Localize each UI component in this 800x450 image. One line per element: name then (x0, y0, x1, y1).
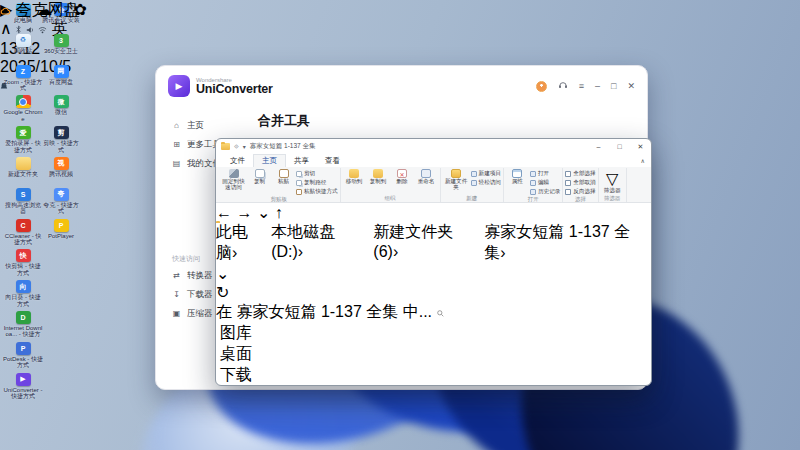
select-none-button[interactable]: 全部取消 (565, 179, 595, 187)
menu-tab[interactable]: 共享 (286, 155, 317, 167)
copy-button[interactable]: 复制 (248, 168, 271, 185)
explorer-nav-item[interactable]: 下载 (216, 365, 651, 386)
move-to-button[interactable]: 移动到 (343, 168, 366, 185)
desktop-icon[interactable]: ▶ UniConverter - 快捷方式 (2, 373, 44, 404)
address-dropdown-icon[interactable]: ⌄ (216, 265, 229, 282)
menu-tab[interactable]: 查看 (317, 155, 348, 167)
cut-button[interactable]: 剪切 (296, 170, 338, 178)
quark-netdisk-pill[interactable]: 夸克网盘 (0, 0, 79, 21)
desktop-icon[interactable]: 快 快剪辑 - 快捷方式 (2, 249, 44, 280)
delete-button[interactable]: 删除 (391, 168, 414, 185)
ribbon-group-open: 属性 打开 编辑 历史记录 打开 (504, 168, 563, 202)
menu-tab[interactable]: 主页 (253, 154, 286, 167)
refresh-icon[interactable]: ↻ (216, 284, 229, 301)
sidebar-item[interactable]: ⌂ 主页 (172, 116, 256, 135)
desktop-icon[interactable]: C CCleaner - 快捷方式 (2, 219, 44, 250)
nav-item-label: 桌面 (220, 345, 252, 362)
desktop-icon[interactable]: ♻ 回收站 (2, 34, 44, 65)
desktop-icon[interactable]: 爱 爱拍录屏 - 快捷方式 (2, 126, 44, 157)
desktop-icon[interactable]: P PotDesk - 快捷方式 (2, 342, 44, 373)
desktop-icon[interactable]: 夸 夸克 - 快捷方式 (40, 188, 82, 219)
explorer-ribbon: 固定到快速访问 复制 粘贴 剪切 复制路径 粘贴快捷方式 剪贴板 移动到 复制到… (216, 167, 651, 203)
new-item-button[interactable]: 新建项目 (471, 170, 501, 178)
desktop-icon[interactable]: 3 360安全卫士 (40, 34, 82, 65)
support-headset-icon[interactable] (558, 80, 568, 92)
recent-locations-icon[interactable]: ⌄ (257, 204, 270, 221)
back-icon[interactable]: ← (216, 204, 232, 221)
open-button[interactable]: 打开 (530, 170, 560, 178)
ribbon-group-clipboard: 固定到快速访问 复制 粘贴 剪切 复制路径 粘贴快捷方式 剪贴板 (218, 168, 341, 202)
menu-icon[interactable]: ≡ (579, 81, 584, 91)
explorer-nav-item[interactable]: 桌面 (216, 344, 651, 365)
desktop-icon[interactable]: 新建文件夹 (2, 157, 44, 188)
copy-to-button[interactable]: 复制到 (367, 168, 390, 185)
explorer-nav-item[interactable]: 图库 (216, 323, 651, 344)
quick-access-dropdown-icon[interactable]: ▾ (243, 143, 246, 150)
page-title: 合并工具 (258, 112, 633, 130)
paste-shortcut-button[interactable]: 粘贴快捷方式 (296, 188, 338, 196)
new-folder-button[interactable]: 新建文件夹 (443, 168, 470, 191)
menu-tab[interactable]: 文件 (222, 155, 253, 167)
breadcrumb-item[interactable]: 本地磁盘 (D:)› (271, 222, 371, 264)
nav-item-label: 下载 (220, 366, 252, 383)
explorer-search-input[interactable]: 在 寡家女短篇 1-137 全集 中... (216, 302, 651, 323)
app-icon: C (16, 219, 31, 232)
rename-button[interactable]: 重命名 (415, 168, 438, 185)
explorer-close-button[interactable]: ✕ (630, 139, 651, 154)
minimize-button[interactable]: – (595, 81, 600, 91)
funnel-icon: ▽ (606, 169, 618, 188)
close-button[interactable]: ✕ (627, 81, 635, 91)
breadcrumb-item[interactable]: 寡家女短篇 1-137 全集› (484, 222, 651, 264)
desktop-icon[interactable]: 剪 剪映 - 快捷方式 (40, 126, 82, 157)
app-icon: P (54, 219, 69, 232)
explorer-maximize-button[interactable]: □ (609, 139, 630, 154)
desktop-icon-label: 百度网盘 (40, 79, 82, 86)
desktop-icon-label: PotPlayer (40, 233, 82, 240)
sidebar-tool-label: 压缩器 (187, 308, 213, 320)
desktop-icon-label: CCleaner - 快捷方式 (2, 233, 44, 246)
explorer-minimize-button[interactable]: – (588, 139, 609, 154)
ribbon-group-organize: 移动到 复制到 删除 重命名 组织 (341, 168, 441, 202)
maximize-button[interactable]: □ (611, 81, 616, 91)
desktop-icon[interactable]: 视 腾讯视频 (40, 157, 82, 188)
desktop-icon[interactable]: S 搜狗高速浏览器 (2, 188, 44, 219)
forward-icon[interactable]: → (236, 204, 252, 221)
edit-button[interactable]: 编辑 (530, 179, 560, 187)
breadcrumb[interactable]: 此电脑› 本地磁盘 (D:)› 新建文件夹 (6)› 寡家女短篇 1-137 全… (216, 222, 651, 283)
desktop-icon-label: 腾讯视频 (40, 171, 82, 178)
sidebar-item-label: 主页 (187, 120, 204, 132)
app-icon (16, 95, 31, 108)
sidebar-tool-label: 转换器 (187, 270, 213, 282)
select-all-button[interactable]: 全部选择 (565, 170, 595, 178)
paste-button[interactable]: 粘贴 (272, 168, 295, 185)
desktop-icon[interactable]: 微 微信 (40, 95, 82, 126)
breadcrumb-item[interactable]: 此电脑› (216, 222, 269, 264)
user-avatar[interactable] (536, 81, 547, 92)
quick-access-toolbar-icon[interactable]: ⟐ (234, 143, 239, 150)
app-icon: 夸 (54, 188, 69, 201)
easy-access-button[interactable]: 轻松访问 (471, 179, 501, 187)
desktop-icon[interactable]: 网 百度网盘 (40, 65, 82, 96)
pin-quick-access-button[interactable]: 固定到快速访问 (220, 168, 247, 191)
app-icon: ▶ (16, 373, 31, 386)
filter-button[interactable]: ▽筛选器 (601, 168, 624, 194)
desktop-icon[interactable]: D Internet Downloa... - 快捷方式 (2, 311, 44, 342)
breadcrumb-item[interactable]: 新建文件夹 (6)› (373, 222, 482, 264)
desktop-icon-label: 微信 (40, 109, 82, 116)
app-icon: S (16, 188, 31, 201)
sidebar-tool-label: 下载器 (187, 289, 213, 301)
desktop-icon[interactable]: 向 向日葵 - 快捷方式 (2, 280, 44, 311)
up-icon[interactable]: ↑ (275, 204, 283, 221)
invert-selection-button[interactable]: 反向选择 (565, 188, 595, 196)
uniconverter-header: ▶ Wondershare UniConverter ≡ – □ ✕ (156, 66, 647, 106)
desktop-icon[interactable]: Google Chrome (2, 95, 44, 126)
ribbon-collapse-icon[interactable]: ∧ (641, 157, 645, 164)
nav-entry: 桌面 (216, 344, 651, 365)
desktop-icon-label: 快剪辑 - 快捷方式 (2, 263, 44, 276)
app-icon: 剪 (54, 126, 69, 139)
properties-button[interactable]: 属性 (506, 168, 529, 185)
copy-path-button[interactable]: 复制路径 (296, 179, 338, 187)
desktop-icon[interactable]: Z Zoom - 快捷方式 (2, 65, 44, 96)
desktop-icon[interactable]: P PotPlayer (40, 219, 82, 250)
history-button[interactable]: 历史记录 (530, 188, 560, 196)
